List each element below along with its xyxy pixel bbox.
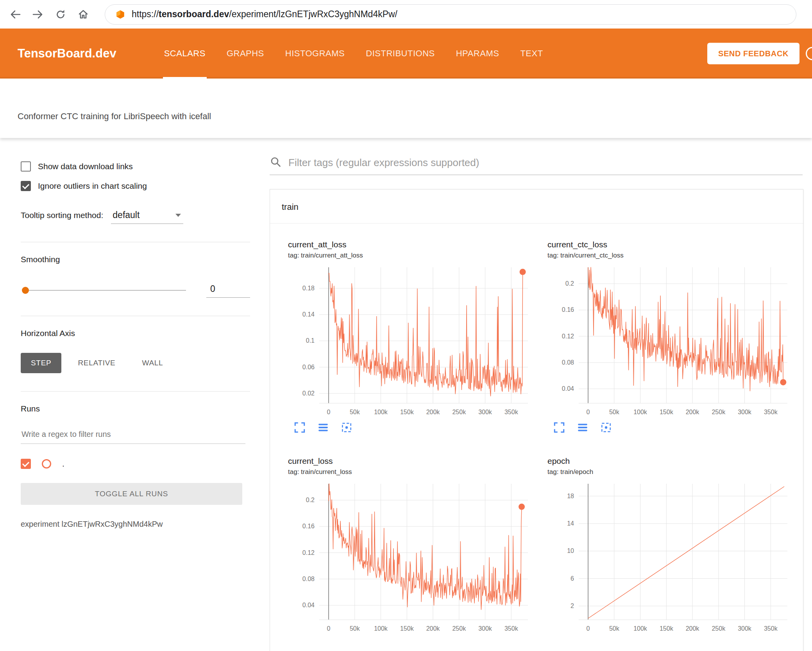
expand-chart-icon[interactable] <box>293 421 306 434</box>
svg-text:2: 2 <box>571 603 574 609</box>
svg-text:50k: 50k <box>350 409 360 415</box>
svg-text:0.1: 0.1 <box>306 337 315 344</box>
runs-filter-input[interactable] <box>21 427 245 444</box>
axis-relative-button[interactable]: RELATIVE <box>68 353 125 373</box>
toggle-all-runs-button[interactable]: TOGGLE ALL RUNS <box>21 483 242 505</box>
chart-title: epoch <box>547 456 798 466</box>
svg-text:0.04: 0.04 <box>302 602 315 608</box>
chart-plot[interactable]: 26101418050k100k150k200k250k300k350k <box>547 480 798 636</box>
address-bar[interactable]: https://tensorboard.dev/experiment/lzGnE… <box>105 4 796 25</box>
chart-current-loss: current_loss tag: train/current_loss 0.0… <box>288 456 538 636</box>
chart-tag: tag: train/epoch <box>547 468 798 476</box>
charts-grid: current_att_loss tag: train/current_att_… <box>270 224 803 651</box>
show-download-links-toggle[interactable]: Show data download links <box>21 161 250 172</box>
chart-title: current_att_loss <box>288 240 538 249</box>
forward-icon[interactable] <box>32 9 44 20</box>
tab-hparams[interactable]: HPARAMS <box>445 29 510 79</box>
log-scale-icon[interactable] <box>576 421 589 434</box>
svg-text:350k: 350k <box>764 409 778 415</box>
group-title[interactable]: train <box>270 190 803 224</box>
svg-text:200k: 200k <box>426 409 440 415</box>
svg-text:0: 0 <box>587 625 590 632</box>
tooltip-sorting-value: default <box>113 210 140 220</box>
svg-text:0: 0 <box>587 409 590 415</box>
chart-title: current_loss <box>288 456 538 466</box>
svg-text:0.12: 0.12 <box>302 549 315 556</box>
svg-text:250k: 250k <box>712 409 726 415</box>
svg-text:0: 0 <box>327 409 331 415</box>
url-scheme: https:// <box>132 9 159 19</box>
svg-text:0.08: 0.08 <box>302 576 315 582</box>
experiment-id-label: experiment lzGnETjwRxC3yghNMd4kPw <box>21 520 250 529</box>
run-row[interactable]: . <box>21 459 250 469</box>
chart-plot[interactable]: 0.040.080.120.160.2050k100k150k200k250k3… <box>288 480 538 636</box>
app-header: TensorBoard.dev SCALARS GRAPHS HISTOGRAM… <box>0 29 812 79</box>
run-color-icon <box>42 459 51 469</box>
checkbox-unchecked-icon[interactable] <box>21 161 31 172</box>
chart-plot[interactable]: 0.040.080.120.160.2050k100k150k200k250k3… <box>547 263 798 420</box>
svg-text:250k: 250k <box>452 409 466 415</box>
chevron-down-icon <box>175 214 181 217</box>
tab-graphs[interactable]: GRAPHS <box>216 29 275 79</box>
fit-domain-icon[interactable] <box>600 421 612 434</box>
url-path: /experiment/lzGnETjwRxC3yghNMd4kPw/ <box>229 9 397 19</box>
tab-histograms[interactable]: HISTOGRAMS <box>275 29 356 79</box>
svg-text:14: 14 <box>567 520 574 527</box>
svg-text:0.04: 0.04 <box>562 385 574 392</box>
chart-tag: tag: train/current_loss <box>288 468 538 476</box>
experiment-title-bar: Conformer CTC training for LibriSpeech w… <box>0 79 812 138</box>
sidebar-divider <box>21 242 250 242</box>
axis-wall-button[interactable]: WALL <box>132 353 173 373</box>
browser-toolbar: https://tensorboard.dev/experiment/lzGnE… <box>0 0 812 29</box>
svg-text:0.18: 0.18 <box>302 285 315 292</box>
tooltip-sorting-select[interactable]: default <box>111 209 183 224</box>
expand-chart-icon[interactable] <box>553 421 565 434</box>
slider-thumb[interactable] <box>22 287 29 294</box>
chart-tag: tag: train/current_att_loss <box>288 252 538 259</box>
svg-text:100k: 100k <box>374 409 388 415</box>
smoothing-slider[interactable] <box>23 290 186 291</box>
fit-domain-icon[interactable] <box>340 421 353 434</box>
svg-text:6: 6 <box>571 575 574 582</box>
svg-text:100k: 100k <box>633 409 647 415</box>
tooltip-sorting-row: Tooltip sorting method: default <box>21 209 250 224</box>
reload-icon[interactable] <box>55 9 66 20</box>
chart-current-ctc-loss: current_ctc_loss tag: train/current_ctc_… <box>547 240 798 434</box>
sidebar-divider <box>21 316 250 316</box>
ignore-outliers-label: Ignore outliers in chart scaling <box>38 181 147 191</box>
svg-text:100k: 100k <box>633 625 647 632</box>
search-icon <box>270 156 281 169</box>
horizontal-axis-buttons: STEP RELATIVE WALL <box>21 353 250 373</box>
back-icon[interactable] <box>9 9 21 20</box>
svg-text:0.08: 0.08 <box>562 359 574 366</box>
send-feedback-button[interactable]: SEND FEEDBACK <box>707 43 799 64</box>
svg-text:0.06: 0.06 <box>302 364 315 370</box>
svg-text:200k: 200k <box>426 625 440 632</box>
svg-text:0.16: 0.16 <box>562 306 574 313</box>
smoothing-row: 0 <box>21 283 250 298</box>
svg-text:18: 18 <box>567 493 574 499</box>
account-icon[interactable] <box>806 47 812 60</box>
run-checkbox-icon[interactable] <box>21 459 31 469</box>
axis-step-button[interactable]: STEP <box>21 353 61 373</box>
svg-text:300k: 300k <box>738 409 752 415</box>
tab-scalars[interactable]: SCALARS <box>154 29 216 79</box>
chart-toolbar <box>547 421 798 434</box>
checkbox-checked-icon[interactable] <box>21 181 31 191</box>
chart-plot[interactable]: 0.020.060.10.140.18050k100k150k200k250k3… <box>288 263 538 420</box>
chart-title: current_ctc_loss <box>547 240 798 249</box>
tab-text[interactable]: TEXT <box>510 29 553 79</box>
tab-distributions[interactable]: DISTRIBUTIONS <box>355 29 445 79</box>
smoothing-value-input[interactable]: 0 <box>206 283 250 298</box>
filter-tags-input[interactable] <box>288 157 803 169</box>
svg-text:0.02: 0.02 <box>302 390 315 397</box>
ignore-outliers-toggle[interactable]: Ignore outliers in chart scaling <box>21 181 250 191</box>
home-icon[interactable] <box>77 9 89 20</box>
svg-text:0.2: 0.2 <box>306 497 315 503</box>
log-scale-icon[interactable] <box>317 421 329 434</box>
svg-text:350k: 350k <box>504 409 519 415</box>
chart-tag: tag: train/current_ctc_loss <box>547 252 798 259</box>
svg-text:350k: 350k <box>764 625 778 632</box>
svg-text:0.2: 0.2 <box>565 280 574 287</box>
svg-text:50k: 50k <box>350 625 360 632</box>
